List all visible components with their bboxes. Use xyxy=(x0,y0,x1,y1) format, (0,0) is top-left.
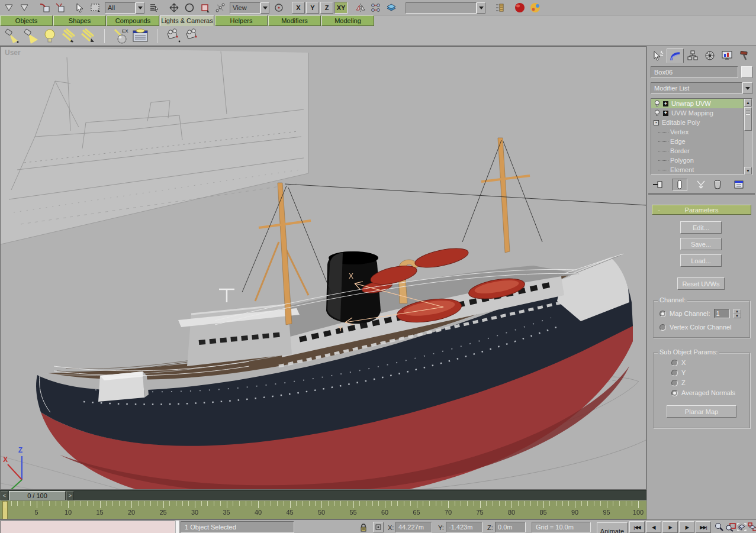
map-channel-radio[interactable] xyxy=(660,311,666,317)
stack-item-unwrap-uvw[interactable]: + Unwrap UVW xyxy=(651,99,744,108)
target-direct-icon[interactable] xyxy=(59,27,78,45)
tab-lights-cameras[interactable]: Lights & Cameras xyxy=(160,15,214,26)
tab-objects[interactable]: Objects xyxy=(0,15,53,26)
select-rotate-icon[interactable] xyxy=(182,1,197,15)
select-manipulate-icon[interactable] xyxy=(213,1,228,15)
free-camera-icon[interactable] xyxy=(184,27,202,45)
show-end-result-icon[interactable] xyxy=(672,179,687,191)
expand-icon[interactable]: + xyxy=(663,101,668,106)
scroll-thumb[interactable] xyxy=(744,107,752,131)
averaged-normals-radio[interactable] xyxy=(671,390,678,396)
time-slider-handle[interactable]: 0 / 100 xyxy=(9,491,66,500)
select-move-icon[interactable] xyxy=(166,1,182,15)
omni-light-icon[interactable] xyxy=(40,27,59,45)
free-direct-icon[interactable] xyxy=(78,27,97,45)
next-frame-button[interactable]: |▶ xyxy=(679,521,694,533)
axis-y-button[interactable]: Y xyxy=(306,2,319,14)
unlink-icon[interactable] xyxy=(52,1,67,15)
material-editor-icon[interactable] xyxy=(512,1,527,15)
scroll-down-icon[interactable]: ▼ xyxy=(744,167,752,175)
remove-modifier-icon[interactable] xyxy=(710,179,725,191)
map-channel-value-field[interactable]: 1 xyxy=(714,309,730,318)
select-object-icon[interactable] xyxy=(72,1,88,15)
expand-icon[interactable]: + xyxy=(663,111,668,116)
modifier-list-dropdown[interactable]: Modifier List xyxy=(651,82,752,94)
stack-item-polygon[interactable]: Polygon xyxy=(651,156,744,165)
curve-editor-icon[interactable] xyxy=(492,1,507,15)
render-scene-icon[interactable] xyxy=(527,1,543,15)
target-camera-icon[interactable] xyxy=(165,27,184,45)
dropdown-arrow-icon[interactable] xyxy=(260,2,269,14)
axis-z-button[interactable]: Z xyxy=(320,2,333,14)
listener-scrollbar[interactable] xyxy=(176,521,179,533)
tab-shapes[interactable]: Shapes xyxy=(53,15,106,26)
tab-utilities-icon[interactable] xyxy=(735,49,752,63)
sub-z-radio[interactable] xyxy=(671,380,678,386)
tab-display-icon[interactable] xyxy=(718,49,735,63)
time-prev-icon[interactable]: < xyxy=(1,491,8,500)
parameters-rollout-header[interactable]: - Parameters xyxy=(652,205,751,215)
stack-item-editable-poly[interactable]: - Editable Poly xyxy=(651,118,744,127)
zoom-extents-all-icon[interactable] xyxy=(747,521,756,533)
stack-item-border[interactable]: Border xyxy=(651,146,744,156)
tab-modify-icon[interactable] xyxy=(667,49,684,63)
viewport-canvas[interactable]: X Y Z X Y xyxy=(1,47,646,490)
collapse-icon[interactable]: - xyxy=(654,120,659,125)
go-end-button[interactable]: ▶▶| xyxy=(696,521,711,533)
tab-modifiers[interactable]: Modifiers xyxy=(268,15,321,26)
prev-frame-button[interactable]: ◀| xyxy=(646,521,661,533)
go-start-button[interactable]: |◀◀ xyxy=(629,521,645,533)
selection-filter-dropdown[interactable]: All xyxy=(105,2,144,14)
absolute-mode-icon[interactable] xyxy=(373,522,384,532)
stack-item-uvw-mapping[interactable]: + UVW Mapping xyxy=(651,108,744,118)
load-button[interactable]: Load... xyxy=(680,254,722,267)
free-spotlight-icon[interactable] xyxy=(21,27,40,45)
stack-item-vertex[interactable]: Vertex xyxy=(651,127,744,137)
sub-y-radio[interactable] xyxy=(671,370,678,376)
mirror-icon[interactable] xyxy=(353,1,368,15)
redo-icon[interactable] xyxy=(17,1,32,15)
reset-uvws-button[interactable]: Reset UVWs xyxy=(677,277,725,290)
tab-create-icon[interactable] xyxy=(649,49,667,63)
trackbar-ruler[interactable]: 5101520253035404550556065707580859095100 xyxy=(0,500,646,519)
zoom-extents-icon[interactable] xyxy=(736,521,747,533)
use-pivot-center-icon[interactable] xyxy=(271,1,287,15)
time-next-icon[interactable]: > xyxy=(66,491,74,500)
selection-region-icon[interactable] xyxy=(88,1,103,15)
tab-helpers[interactable]: Helpers xyxy=(215,15,268,26)
undo-icon[interactable] xyxy=(1,1,17,15)
zoom-all-icon[interactable] xyxy=(725,521,736,533)
dropdown-arrow-icon[interactable] xyxy=(742,82,752,94)
viewport-user[interactable]: User xyxy=(0,46,646,490)
maxscript-mini-listener[interactable] xyxy=(0,521,175,533)
zoom-icon[interactable] xyxy=(713,521,725,533)
layer-manager-icon[interactable] xyxy=(384,1,399,15)
stack-item-element[interactable]: Element xyxy=(651,165,744,175)
reference-coordsys-dropdown[interactable]: View xyxy=(230,2,269,14)
tab-compounds[interactable]: Compounds xyxy=(107,15,159,26)
selection-lock-icon[interactable] xyxy=(358,521,369,533)
bulb-icon[interactable] xyxy=(654,109,661,117)
bulb-icon[interactable] xyxy=(654,100,661,107)
edit-button[interactable]: Edit... xyxy=(680,221,722,234)
play-button[interactable]: ▶ xyxy=(662,521,678,533)
viewport-label[interactable]: User xyxy=(5,49,21,57)
x-coord-field[interactable]: 44.227m xyxy=(395,522,432,532)
vertex-color-radio[interactable] xyxy=(660,324,666,331)
pin-stack-icon[interactable] xyxy=(651,179,666,191)
tab-hierarchy-icon[interactable] xyxy=(684,49,701,63)
z-coord-field[interactable]: 0.0m xyxy=(495,522,526,532)
object-color-swatch[interactable] xyxy=(741,66,752,78)
select-scale-icon[interactable] xyxy=(197,1,213,15)
named-selection-dropdown[interactable] xyxy=(406,2,485,14)
dropdown-arrow-icon[interactable] xyxy=(136,2,144,14)
object-name-field[interactable]: Box06 xyxy=(651,66,738,78)
dropdown-arrow-icon[interactable] xyxy=(477,2,485,14)
axis-x-button[interactable]: X xyxy=(292,2,305,14)
axis-xy-button[interactable]: XY xyxy=(334,2,348,14)
light-lister-icon[interactable] xyxy=(131,27,150,45)
map-channel-spinner[interactable]: ▲▼ xyxy=(734,309,741,318)
ex-light-icon[interactable]: EX xyxy=(112,27,131,45)
configure-modifier-sets-icon[interactable] xyxy=(731,179,747,191)
tab-modeling[interactable]: Modeling xyxy=(321,15,374,26)
